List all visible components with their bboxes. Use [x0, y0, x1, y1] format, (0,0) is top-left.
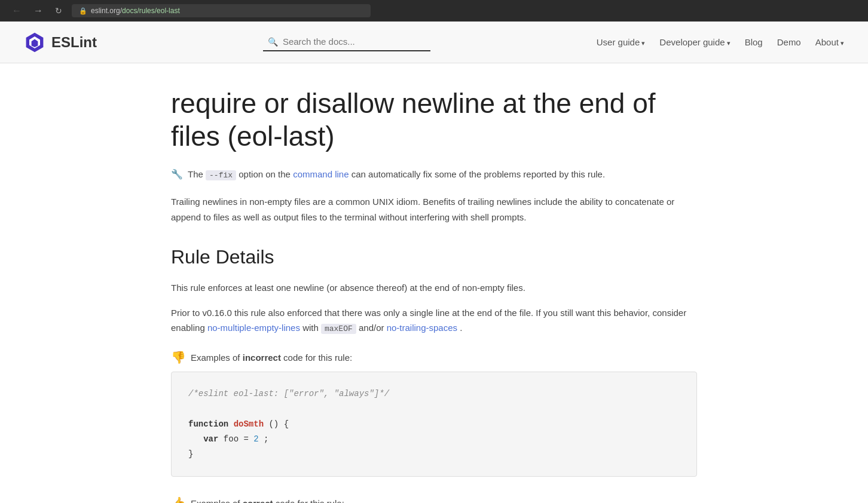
incorrect-bold: incorrect	[243, 352, 281, 363]
browser-chrome: ← → ↻ 🔒 eslint.org/docs/rules/eol-last	[0, 0, 868, 22]
url-domain: eslint.org/	[91, 7, 122, 15]
search-input[interactable]	[283, 36, 426, 47]
description-text: Trailing newlines in non-empty files are…	[171, 194, 697, 225]
no-trailing-spaces-link[interactable]: no-trailing-spaces	[387, 323, 457, 333]
max-eof-code: maxEOF	[321, 324, 356, 334]
thumbs-down-icon: 👎	[171, 350, 186, 364]
correct-bold: correct	[243, 498, 273, 503]
thumbs-up-icon: 👍	[171, 496, 186, 503]
search-icon: 🔍	[268, 37, 278, 47]
nav-user-guide[interactable]: User guide	[597, 37, 646, 47]
logo-text: ESLint	[51, 34, 97, 51]
search-area[interactable]: 🔍	[263, 33, 430, 51]
rule-details-heading: Rule Details	[171, 246, 697, 268]
code-line-blank	[188, 401, 680, 416]
code-line-function: function doSmth () {	[188, 417, 680, 432]
incorrect-section: 👎 Examples of incorrect code for this ru…	[171, 350, 697, 477]
url-path: docs/rules/eol-last	[122, 7, 180, 15]
site-header: ESLint 🔍 User guide Developer guide Blog…	[0, 22, 868, 63]
fix-notice-text: The --fix option on the command line can…	[188, 167, 605, 182]
refresh-button[interactable]: ↻	[53, 4, 65, 17]
nav-blog[interactable]: Blog	[745, 37, 763, 47]
main-nav: User guide Developer guide Blog Demo Abo…	[597, 37, 844, 47]
page-title: require or disallow newline at the end o…	[171, 87, 697, 153]
code-line-close: }	[188, 447, 680, 462]
url-text: eslint.org/docs/rules/eol-last	[91, 7, 180, 15]
rule-text-1: This rule enforces at least one newline …	[171, 280, 697, 296]
rule-text-2: Prior to v0.16.0 this rule also enforced…	[171, 305, 697, 336]
code-line-comment-1: /*eslint eol-last: ["error", "always"]*/	[188, 387, 680, 401]
address-bar[interactable]: 🔒 eslint.org/docs/rules/eol-last	[72, 4, 371, 17]
correct-section: 👍 Examples of correct code for this rule…	[171, 496, 697, 503]
fix-code: --fix	[206, 170, 236, 180]
wrench-icon: 🔧	[171, 168, 183, 180]
forward-button[interactable]: →	[31, 4, 45, 18]
nav-about[interactable]: About	[815, 37, 844, 47]
code-line-var: var foo = 2 ;	[188, 432, 680, 447]
incorrect-label: 👎 Examples of incorrect code for this ru…	[171, 350, 697, 364]
nav-demo[interactable]: Demo	[777, 37, 801, 47]
logo-link[interactable]: ESLint	[24, 32, 97, 53]
command-line-link[interactable]: command line	[293, 169, 349, 179]
back-button[interactable]: ←	[10, 4, 24, 18]
no-multiple-empty-lines-link[interactable]: no-multiple-empty-lines	[207, 323, 300, 333]
fix-notice: 🔧 The --fix option on the command line c…	[171, 167, 697, 182]
main-content: require or disallow newline at the end o…	[135, 63, 733, 503]
incorrect-code-block: /*eslint eol-last: ["error", "always"]*/…	[171, 372, 697, 477]
correct-label: 👍 Examples of correct code for this rule…	[171, 496, 697, 503]
eslint-logo-icon	[24, 32, 45, 53]
nav-developer-guide[interactable]: Developer guide	[659, 37, 730, 47]
lock-icon: 🔒	[79, 7, 87, 15]
